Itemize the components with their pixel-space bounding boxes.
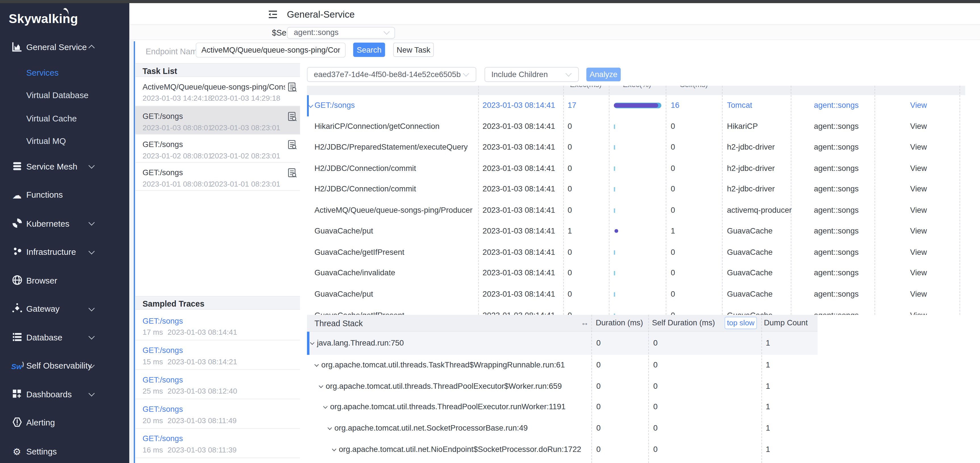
span-name[interactable]: ActiveMQ/Queue/queue-songs-ping/Producer [315, 206, 473, 214]
span-name[interactable]: GuavaCache/getIfPresent [315, 248, 404, 257]
sidebar-item-functions[interactable]: ☁Functions [0, 185, 129, 204]
trace-endpoint-link[interactable]: GET:/songs [143, 346, 285, 355]
span-name[interactable]: GuavaCache/getIfPresent [315, 311, 404, 315]
sidebar-item-alerting[interactable]: Alerting [0, 413, 129, 432]
sampled-trace-item[interactable]: GET:/songs20 ms2023-01-03 08:11:49 [135, 399, 300, 429]
task-log-icon[interactable] [288, 112, 297, 124]
sidebar-item-browser[interactable]: Browser [0, 271, 129, 290]
span-name[interactable]: GuavaCache/put [315, 290, 373, 299]
task-item[interactable]: GET:/songs2023-01-03 08:08:012023-01-03 … [135, 106, 300, 134]
frame-duration: 0 [596, 382, 600, 391]
span-exec-ms: 17 [568, 101, 576, 110]
span-exec-indicator [614, 242, 661, 263]
span-name[interactable]: H2/JDBC/PreparedStatement/executeQuery [315, 143, 468, 152]
view-link[interactable]: View [910, 143, 927, 152]
trace-endpoint-link[interactable]: GET:/songs [143, 405, 285, 414]
endpoint-name-input[interactable] [196, 43, 346, 58]
stack-frame-row[interactable]: org.apache.tomcat.util.net.NioEndpoint$S… [307, 439, 818, 460]
stack-frame-row[interactable]: java.lang.Thread.run:750001 [307, 332, 818, 354]
stack-frame: org.apache.tomcat.util.net.NioEndpoint$S… [339, 445, 581, 453]
view-link[interactable]: View [910, 164, 927, 172]
new-task-button[interactable]: New Task [393, 43, 434, 57]
view-link[interactable]: View [910, 248, 927, 257]
search-button[interactable]: Search [353, 43, 385, 57]
sampled-trace-item[interactable]: GET:/songs15 ms2023-01-03 08:14:21 [135, 340, 300, 370]
sidebar-item-label: Gateway [26, 304, 59, 313]
stack-frame-row[interactable]: org.apache.tomcat.util.threads.ThreadPoo… [307, 397, 818, 418]
include-children-value: Include Children [492, 70, 548, 79]
menu-fold-icon[interactable] [268, 10, 277, 21]
task-list-title: Task List [143, 66, 177, 76]
stack-frame-row[interactable]: org.apache.tomcat.util.threads.TaskThrea… [307, 355, 818, 376]
endpoint-name-label: Endpoint Name: [146, 47, 204, 56]
top-slow-button[interactable]: top slow [724, 317, 757, 329]
span-start-time: 2023-01-03 08:14:41 [483, 290, 555, 299]
span-name[interactable]: H2/JDBC/Connection/commit [315, 164, 416, 172]
sidebar-item-service-mesh[interactable]: Service Mesh [0, 157, 129, 176]
sidebar-item-infrastructure[interactable]: Infrastructure [0, 243, 129, 261]
sidebar-item-dashboards[interactable]: Dashboards [0, 385, 129, 404]
span-exec-ms: 1 [568, 227, 572, 235]
sampled-trace-item[interactable]: GET:/songs25 ms2023-01-03 08:12:40 [135, 370, 300, 399]
task-start-time: 2023-01-02 08:08:01 [143, 152, 212, 160]
cloud-icon: ☁ [11, 190, 23, 200]
sidebar-item-services[interactable]: Services [0, 63, 129, 82]
stack-frame: org.apache.tomcat.util.net.SocketProcess… [334, 424, 528, 433]
span-name[interactable]: GuavaCache/put [315, 227, 373, 235]
trace-endpoint-link[interactable]: GET:/songs [143, 434, 285, 443]
view-link[interactable]: View [910, 269, 927, 278]
sidebar-item-general-service[interactable]: General Service [0, 38, 129, 56]
trace-start-time: 2023-01-03 08:14:21 [168, 358, 237, 366]
sidebar-item-virtual-mq[interactable]: Virtual MQ [0, 132, 129, 150]
sampled-traces-header: Sampled Traces [135, 296, 300, 310]
frame-dump-count: 1 [766, 339, 770, 348]
trace-endpoint-link[interactable]: GET:/songs [143, 317, 285, 326]
sidebar: Skywalking General ServiceServicesVirtua… [0, 3, 129, 463]
span-self-ms: 0 [671, 143, 675, 152]
stack-frame-row[interactable]: org.apache.tomcat.util.threads.ThreadPoo… [307, 376, 818, 397]
sidebar-item-gateway[interactable]: Gateway [0, 300, 129, 318]
sampled-trace-item[interactable]: GET:/songs17 ms2023-01-03 08:14:41 [135, 311, 300, 340]
span-exec-indicator [614, 158, 661, 179]
trace-select-value: eaed37e7-1d4e-4f50-be8d-14e52ce6505b [314, 70, 461, 79]
task-log-icon[interactable] [288, 140, 297, 152]
sidebar-item-kubernetes[interactable]: Kubernetes [0, 214, 129, 233]
task-item[interactable]: GET:/songs2023-01-01 08:08:012023-01-01 … [135, 163, 300, 191]
sidebar-item-database[interactable]: Database [0, 328, 129, 347]
view-link[interactable]: View [910, 101, 927, 110]
span-exec-ms: 0 [568, 248, 572, 257]
view-link[interactable]: View [910, 290, 927, 299]
view-link[interactable]: View [910, 185, 927, 194]
sidebar-item-virtual-cache[interactable]: Virtual Cache [0, 109, 129, 128]
exec-percent-tick [614, 166, 615, 171]
sidebar-item-self-observability[interactable]: Sw)Self Observability [0, 356, 129, 375]
task-item[interactable]: ActiveMQ/Queue/queue-songs-ping/Consumer… [135, 77, 300, 106]
sidebar-item-settings[interactable]: ⚙Settings [0, 442, 129, 461]
task-end-time: 2023-01-03 08:23:01 [211, 123, 280, 132]
trace-select[interactable]: eaed37e7-1d4e-4f50-be8d-14e52ce6505b [307, 67, 476, 82]
view-link[interactable]: View [910, 122, 927, 131]
sampled-trace-item[interactable]: GET:/songs16 ms2023-01-03 08:11:39 [135, 429, 300, 458]
sidebar-item-virtual-database[interactable]: Virtual Database [0, 86, 129, 105]
resize-icon[interactable]: ↔ [581, 318, 589, 327]
view-link[interactable]: View [910, 206, 927, 214]
task-item[interactable]: GET:/songs2023-01-02 08:08:012023-01-02 … [135, 134, 300, 163]
span-exec-ms: 0 [568, 122, 572, 131]
span-name[interactable]: GET:/songs [315, 101, 355, 110]
task-log-icon[interactable] [288, 82, 297, 94]
span-name[interactable]: HikariCP/Connection/getConnection [315, 122, 439, 131]
span-exec-indicator [614, 221, 661, 242]
include-children-select[interactable]: Include Children [484, 67, 579, 82]
trace-endpoint-link[interactable]: GET:/songs [143, 375, 285, 384]
view-link[interactable]: View [910, 227, 927, 235]
span-row: GET:/songs2023-01-03 08:14:411716Tomcata… [307, 95, 980, 116]
span-name[interactable]: GuavaCache/invalidate [315, 269, 395, 278]
stack-frame-row[interactable]: org.apache.tomcat.util.net.SocketProcess… [307, 418, 818, 439]
task-log-icon[interactable] [288, 168, 297, 180]
span-self-ms: 0 [671, 185, 675, 194]
span-name[interactable]: H2/JDBC/Connection/commit [315, 185, 416, 194]
span-api: h2-jdbc-driver [727, 164, 775, 172]
view-link[interactable]: View [910, 311, 927, 315]
analyze-button[interactable]: Analyze [586, 68, 620, 81]
service-select[interactable]: agent::songs [287, 27, 395, 39]
